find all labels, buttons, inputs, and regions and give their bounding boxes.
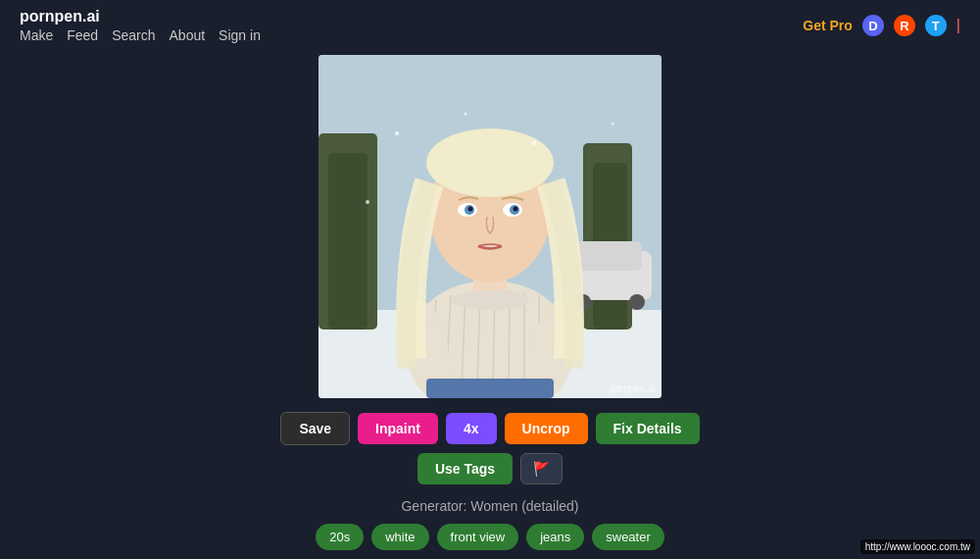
generator-label: Generator: Women (detailed) [401,498,578,514]
tags-row: 20s white front view jeans sweater [316,524,664,550]
4x-button[interactable]: 4x [446,413,497,444]
tag-sweater[interactable]: sweater [592,524,664,550]
image-watermark: pornpen.ai [610,383,656,394]
nav-signin[interactable]: Sign in [219,27,261,43]
svg-point-34 [532,141,536,145]
reddit-icon[interactable]: R [894,15,915,36]
site-title: pornpen.ai [20,8,100,25]
action-row-1: Save Inpaint 4x Uncrop Fix Details [280,412,699,445]
action-row-2: Use Tags 🚩 [417,453,563,484]
twitter-icon[interactable]: T [925,15,947,36]
svg-point-29 [468,207,473,212]
svg-point-24 [426,128,554,197]
inpaint-button[interactable]: Inpaint [358,413,438,444]
svg-point-36 [366,200,369,204]
discord-icon[interactable]: D [862,15,884,36]
svg-point-33 [465,113,467,116]
svg-point-9 [629,294,645,310]
flag-button[interactable]: 🚩 [520,453,563,484]
nav-feed[interactable]: Feed [67,27,98,43]
svg-point-30 [514,207,518,212]
header-left: pornpen.ai Make Feed Search About Sign i… [20,8,261,43]
svg-point-35 [612,123,614,126]
nav-search[interactable]: Search [112,27,155,43]
header-right: Get Pro D R T | [803,15,960,36]
svg-point-32 [395,131,399,135]
generated-image: pornpen.ai [318,55,662,398]
tag-jeans[interactable]: jeans [526,524,584,550]
nav-make[interactable]: Make [20,27,53,43]
fix-details-button[interactable]: Fix Details [596,413,700,444]
nav-about[interactable]: About [170,27,206,43]
use-tags-button[interactable]: Use Tags [417,453,513,484]
main-nav: Make Feed Search About Sign in [20,27,261,43]
uncrop-button[interactable]: Uncrop [505,413,588,444]
patreon-icon[interactable]: | [956,17,960,34]
tag-20s[interactable]: 20s [316,524,364,550]
svg-point-22 [451,290,529,310]
save-button[interactable]: Save [280,412,350,445]
svg-rect-3 [328,153,368,330]
svg-rect-7 [573,241,642,271]
get-pro-link[interactable]: Get Pro [803,18,853,33]
header: pornpen.ai Make Feed Search About Sign i… [0,0,980,51]
tag-front-view[interactable]: front view [437,524,519,550]
svg-rect-31 [426,379,554,398]
tag-white[interactable]: white [371,524,428,550]
main-content: pornpen.ai Save Inpaint 4x Uncrop Fix De… [0,51,980,550]
